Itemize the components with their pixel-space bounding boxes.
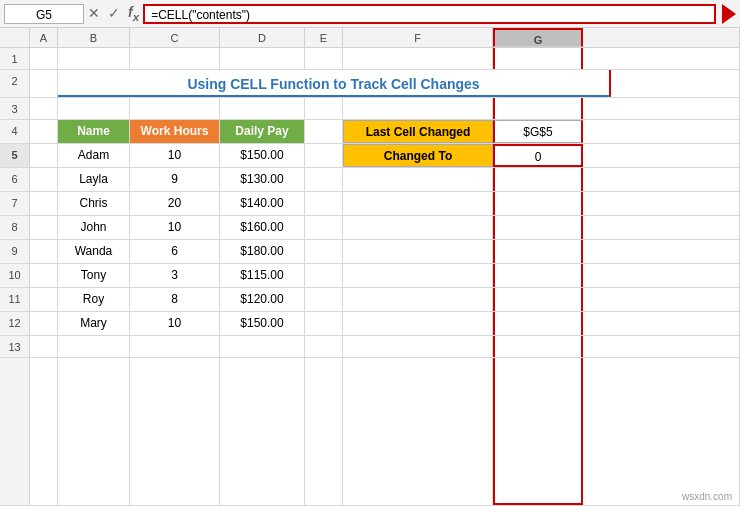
cell-f11[interactable] bbox=[343, 288, 493, 311]
rownum-6: 6 bbox=[0, 168, 30, 191]
cell-c4-workhours-header[interactable]: Work Hours bbox=[130, 120, 220, 143]
cell-b8[interactable]: John bbox=[58, 216, 130, 239]
cell-f1[interactable] bbox=[343, 48, 493, 69]
col-header-g[interactable]: G bbox=[493, 28, 583, 47]
cell-f4-info-label1[interactable]: Last Cell Changed bbox=[343, 120, 493, 143]
cell-e7[interactable] bbox=[305, 192, 343, 215]
cell-c10[interactable]: 3 bbox=[130, 264, 220, 287]
cell-c9[interactable]: 6 bbox=[130, 240, 220, 263]
cell-g13[interactable] bbox=[493, 336, 583, 357]
cell-g4-info-value1[interactable]: $G$5 bbox=[493, 120, 583, 143]
cell-e6[interactable] bbox=[305, 168, 343, 191]
cell-g7[interactable] bbox=[493, 192, 583, 215]
cell-b6[interactable]: Layla bbox=[58, 168, 130, 191]
col-header-d[interactable]: D bbox=[220, 28, 305, 47]
col-header-a[interactable]: A bbox=[30, 28, 58, 47]
cell-c8[interactable]: 10 bbox=[130, 216, 220, 239]
cell-c6[interactable]: 9 bbox=[130, 168, 220, 191]
cell-c5[interactable]: 10 bbox=[130, 144, 220, 167]
cell-g9[interactable] bbox=[493, 240, 583, 263]
col-header-f[interactable]: F bbox=[343, 28, 493, 47]
cell-b3[interactable] bbox=[58, 98, 130, 119]
cell-a1[interactable] bbox=[30, 48, 58, 69]
cell-a10[interactable] bbox=[30, 264, 58, 287]
cell-d1[interactable] bbox=[220, 48, 305, 69]
cell-b5[interactable]: Adam bbox=[58, 144, 130, 167]
cell-b11[interactable]: Roy bbox=[58, 288, 130, 311]
cell-a11[interactable] bbox=[30, 288, 58, 311]
cell-b7[interactable]: Chris bbox=[58, 192, 130, 215]
cell-f12[interactable] bbox=[343, 312, 493, 335]
cell-c3[interactable] bbox=[130, 98, 220, 119]
cell-c11[interactable]: 8 bbox=[130, 288, 220, 311]
cell-g3[interactable] bbox=[493, 98, 583, 119]
cell-f7[interactable] bbox=[343, 192, 493, 215]
cell-d6[interactable]: $130.00 bbox=[220, 168, 305, 191]
cell-f13[interactable] bbox=[343, 336, 493, 357]
cell-e12[interactable] bbox=[305, 312, 343, 335]
cell-e3[interactable] bbox=[305, 98, 343, 119]
cell-a6[interactable] bbox=[30, 168, 58, 191]
cell-b4-name-header[interactable]: Name bbox=[58, 120, 130, 143]
rownum-4: 4 bbox=[0, 120, 30, 143]
cell-a13[interactable] bbox=[30, 336, 58, 357]
cell-e4[interactable] bbox=[305, 120, 343, 143]
cell-f3[interactable] bbox=[343, 98, 493, 119]
cell-d7[interactable]: $140.00 bbox=[220, 192, 305, 215]
cell-d13[interactable] bbox=[220, 336, 305, 357]
cell-a3[interactable] bbox=[30, 98, 58, 119]
formula-input[interactable]: =CELL("contents") bbox=[143, 4, 716, 24]
cell-e5[interactable] bbox=[305, 144, 343, 167]
cell-d8[interactable]: $160.00 bbox=[220, 216, 305, 239]
cell-a9[interactable] bbox=[30, 240, 58, 263]
cell-g1[interactable] bbox=[493, 48, 583, 69]
cell-e8[interactable] bbox=[305, 216, 343, 239]
cell-a4[interactable] bbox=[30, 120, 58, 143]
cell-a12[interactable] bbox=[30, 312, 58, 335]
cell-e1[interactable] bbox=[305, 48, 343, 69]
cell-e11[interactable] bbox=[305, 288, 343, 311]
cell-e9[interactable] bbox=[305, 240, 343, 263]
cell-d9[interactable]: $180.00 bbox=[220, 240, 305, 263]
cell-a2[interactable] bbox=[30, 70, 58, 97]
cell-d11[interactable]: $120.00 bbox=[220, 288, 305, 311]
cell-d12[interactable]: $150.00 bbox=[220, 312, 305, 335]
cell-b1[interactable] bbox=[58, 48, 130, 69]
cell-f5-info-label2[interactable]: Changed To bbox=[343, 144, 493, 167]
cell-c13[interactable] bbox=[130, 336, 220, 357]
cell-g6[interactable] bbox=[493, 168, 583, 191]
cell-g11[interactable] bbox=[493, 288, 583, 311]
cell-d5[interactable]: $150.00 bbox=[220, 144, 305, 167]
cell-c12[interactable]: 10 bbox=[130, 312, 220, 335]
cell-a7[interactable] bbox=[30, 192, 58, 215]
cell-d10[interactable]: $115.00 bbox=[220, 264, 305, 287]
cell-g5-active[interactable]: 0 bbox=[493, 144, 583, 167]
cell-d4-dailypay-header[interactable]: Daily Pay bbox=[220, 120, 305, 143]
cell-d3[interactable] bbox=[220, 98, 305, 119]
cell-f8[interactable] bbox=[343, 216, 493, 239]
cell-e13[interactable] bbox=[305, 336, 343, 357]
cell-e10[interactable] bbox=[305, 264, 343, 287]
cell-title[interactable]: Using CELL Function to Track Cell Change… bbox=[58, 70, 611, 97]
col-header-c[interactable]: C bbox=[130, 28, 220, 47]
cell-g12[interactable] bbox=[493, 312, 583, 335]
cell-b10[interactable]: Tony bbox=[58, 264, 130, 287]
name-box[interactable]: G5 bbox=[4, 4, 84, 24]
cell-b13[interactable] bbox=[58, 336, 130, 357]
cell-a5[interactable] bbox=[30, 144, 58, 167]
row-7: 7 Chris 20 $140.00 bbox=[0, 192, 740, 216]
confirm-icon: ✓ bbox=[108, 5, 120, 21]
cell-g8[interactable] bbox=[493, 216, 583, 239]
cell-b9[interactable]: Wanda bbox=[58, 240, 130, 263]
cell-f9[interactable] bbox=[343, 240, 493, 263]
col-header-e[interactable]: E bbox=[305, 28, 343, 47]
cell-g10[interactable] bbox=[493, 264, 583, 287]
cell-f10[interactable] bbox=[343, 264, 493, 287]
cell-f6[interactable] bbox=[343, 168, 493, 191]
cell-c7[interactable]: 20 bbox=[130, 192, 220, 215]
col-header-b[interactable]: B bbox=[58, 28, 130, 47]
cell-a8[interactable] bbox=[30, 216, 58, 239]
cell-b12[interactable]: Mary bbox=[58, 312, 130, 335]
cell-c1[interactable] bbox=[130, 48, 220, 69]
fx-icon: fx bbox=[128, 4, 139, 23]
